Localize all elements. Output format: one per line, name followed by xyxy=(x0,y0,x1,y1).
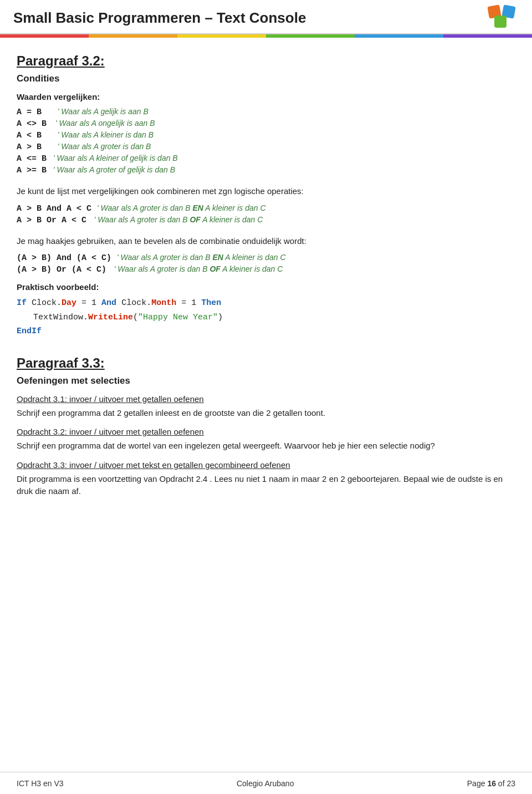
code-line-3: EndIf xyxy=(17,324,515,339)
comp-comment-2: ' Waar als A ongelijk is aan B xyxy=(53,119,155,128)
assignment-title-31-text: Opdracht 3.1: invoer / uitvoer met getal… xyxy=(17,394,204,404)
comp-code-2: A <> B xyxy=(17,119,50,129)
footer-page-pre: Page xyxy=(467,779,488,788)
logic-row-1: A > B And A < C ' Waar als A groter is d… xyxy=(17,203,515,213)
comp-code-3: A < B xyxy=(17,131,50,140)
kw-if: If xyxy=(17,298,27,308)
logic-comment-2: ' Waar als A groter is dan B OF A kleine… xyxy=(90,215,263,224)
footer-page-post: of 23 xyxy=(496,779,515,788)
color-bar-yellow xyxy=(177,34,266,38)
page-header: Small Basic Programmeren – Text Console xyxy=(0,0,532,34)
footer-right: Page 16 of 23 xyxy=(467,779,515,788)
comp-row-2: A <> B ' Waar als A ongelijk is aan B xyxy=(17,119,515,129)
intro-label: Waarden vergelijken: xyxy=(17,92,515,101)
logic-rows: A > B And A < C ' Waar als A groter is d… xyxy=(17,203,515,225)
comp-code-6: A >= B xyxy=(17,166,50,175)
footer-center: Colegio Arubano xyxy=(237,779,294,788)
bracket-comment-2: ' Waar als A groter is dan B OF A kleine… xyxy=(110,264,283,273)
kw-then: Then xyxy=(201,298,221,308)
combine-paragraph: Je kunt de lijst met vergelijkingen ook … xyxy=(17,185,515,198)
bracket-row-2: (A > B) Or (A < C) ' Waar als A groter i… xyxy=(17,264,515,274)
comp-row-1: A = B ' Waar als A gelijk is aan B xyxy=(17,107,515,117)
str-happy: "Happy New Year" xyxy=(138,313,218,322)
comp-comment-6: ' Waar als A groter of gelijk is dan B xyxy=(53,165,175,174)
logic-row-2: A > B Or A < C ' Waar als A groter is da… xyxy=(17,215,515,225)
assignment-text-33: Dit programma is een voortzetting van Op… xyxy=(17,473,515,498)
assignment-title-31: Opdracht 3.1: invoer / uitvoer met getal… xyxy=(17,394,515,404)
logic-comment-1: ' Waar als A groter is dan B EN A kleine… xyxy=(95,203,265,212)
practical-label: Praktisch voorbeeld: xyxy=(17,282,515,292)
footer-left: ICT H3 en V3 xyxy=(17,779,64,788)
assignment-title-33: Opdracht 3.3: invoer / uitvoer met tekst… xyxy=(17,460,515,470)
color-bar-green xyxy=(266,34,355,38)
code-line-2: TextWindow.WriteLine("Happy New Year") xyxy=(17,311,515,325)
logic-code-2: A > B Or A < C xyxy=(17,216,86,225)
comp-code-5: A <= B xyxy=(17,154,50,164)
code-clock-day: Clock. xyxy=(32,298,62,308)
code-paren-close: ) xyxy=(218,313,223,322)
color-bar xyxy=(0,34,532,38)
kw-day: Day xyxy=(62,298,76,308)
subtitle-32: Condities xyxy=(17,73,515,84)
subtitle-33: Oefeningen met selecties xyxy=(17,375,515,386)
section-title-33: Paragraaf 3.3: xyxy=(17,355,515,371)
color-bar-purple xyxy=(443,34,532,38)
comp-comment-5: ' Waar als A kleiner of gelijk is dan B xyxy=(53,154,178,162)
kw-month: Month xyxy=(151,298,176,308)
main-content: Paragraaf 3.2: Condities Waarden vergeli… xyxy=(0,38,532,537)
code-eq1: = 1 xyxy=(81,298,101,308)
assignment-title-32-text: Opdracht 3.2: invoer / uitvoer met getal… xyxy=(17,427,204,436)
comp-row-5: A <= B ' Waar als A kleiner of gelijk is… xyxy=(17,154,515,164)
assignment-title-33-text: Opdracht 3.3: invoer / uitvoer met tekst… xyxy=(17,460,290,470)
bracket-comment-1: ' Waar als A groter is dan B EN A kleine… xyxy=(115,253,285,262)
bracket-code-1: (A > B) And (A < C) xyxy=(17,253,111,263)
color-bar-orange xyxy=(89,34,177,38)
code-clock-month: Clock. xyxy=(121,298,151,308)
code-line-1: If Clock.Day = 1 And Clock.Month = 1 The… xyxy=(17,296,515,311)
code-block: If Clock.Day = 1 And Clock.Month = 1 The… xyxy=(17,296,515,339)
comp-comment-4: ' Waar als A groter is dan B xyxy=(53,142,151,151)
comp-code-1: A = B xyxy=(17,108,50,117)
comp-code-4: A > B xyxy=(17,142,50,152)
color-bar-blue xyxy=(355,34,443,38)
code-eq2: = 1 xyxy=(181,298,201,308)
bracket-rows: (A > B) And (A < C) ' Waar als A groter … xyxy=(17,253,515,274)
kw-endif: EndIf xyxy=(17,327,42,336)
comp-comment-3: ' Waar als A kleiner is dan B xyxy=(53,130,154,139)
header-title: Small Basic Programmeren – Text Console xyxy=(13,9,306,27)
code-paren-open: ( xyxy=(133,313,138,322)
comp-row-4: A > B ' Waar als A groter is dan B xyxy=(17,142,515,152)
brackets-paragraph: Je mag haakjes gebruiken, aan te bevelen… xyxy=(17,235,515,248)
logo xyxy=(488,6,519,30)
kw-and: And xyxy=(101,298,116,308)
bracket-code-2: (A > B) Or (A < C) xyxy=(17,265,106,274)
logo-green-block xyxy=(494,16,507,28)
page-footer: ICT H3 en V3 Colegio Arubano Page 16 of … xyxy=(0,772,532,794)
comp-row-6: A >= B ' Waar als A groter of gelijk is … xyxy=(17,165,515,175)
kw-writeline: WriteLine xyxy=(88,313,133,322)
comparisons-list: A = B ' Waar als A gelijk is aan B A <> … xyxy=(17,107,515,175)
assignment-text-31: Schrijf een programma dat 2 getallen inl… xyxy=(17,407,515,420)
code-textwindow: TextWindow. xyxy=(33,313,88,322)
assignment-title-32: Opdracht 3.2: invoer / uitvoer met getal… xyxy=(17,427,515,436)
color-bar-red xyxy=(0,34,89,38)
comp-row-3: A < B ' Waar als A kleiner is dan B xyxy=(17,130,515,140)
logic-code-1: A > B And A < C xyxy=(17,204,91,213)
footer-page-num: 16 xyxy=(487,779,496,788)
section-title-32: Paragraaf 3.2: xyxy=(17,53,515,69)
assignment-text-32: Schrijf een programma dat de wortel van … xyxy=(17,440,515,452)
bracket-row-1: (A > B) And (A < C) ' Waar als A groter … xyxy=(17,253,515,263)
comp-comment-1: ' Waar als A gelijk is aan B xyxy=(53,107,149,116)
